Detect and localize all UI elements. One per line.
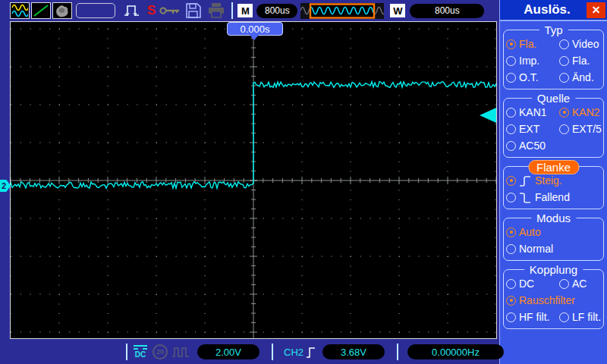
radio-option[interactable]: DC xyxy=(506,275,559,292)
scope-display: 0.000s xyxy=(10,21,497,339)
horizontal-pan-window[interactable] xyxy=(300,3,384,19)
radio-icon xyxy=(559,312,569,322)
empty-slot xyxy=(76,3,115,18)
sidebar-section-kopplung: KopplungDCACRauschfilterHF filt.LF filt. xyxy=(503,269,604,329)
radio-icon xyxy=(506,176,516,186)
radio-option[interactable]: Rauschfilter xyxy=(506,292,601,309)
radio-label: Steig. xyxy=(535,174,562,187)
main-timebase-label: M xyxy=(237,4,253,17)
section-title: Modus xyxy=(531,212,576,224)
radio-label: Fallend xyxy=(535,191,570,203)
separator xyxy=(272,344,273,360)
sidebar-section-modus: ModusAutoNormal xyxy=(503,218,604,261)
radio-icon xyxy=(506,73,516,83)
sidebar-sections: TypFla.VideoImp.Fla.O.T.Änd.QuelleKAN1KA… xyxy=(500,30,607,329)
radio-option[interactable]: HF filt. xyxy=(506,309,559,325)
coupling-label: DC xyxy=(135,350,146,359)
radio-option[interactable]: KAN2 xyxy=(559,104,601,121)
trigger-level-readout: 3.68V xyxy=(322,344,385,359)
trigger-menu: Auslös. ✕ TypFla.VideoImp.Fla.O.T.Änd.Qu… xyxy=(499,0,607,364)
channel2-position-marker[interactable]: 2 xyxy=(0,180,11,192)
radio-icon xyxy=(559,124,569,134)
radio-label: KAN1 xyxy=(519,106,547,118)
radio-option[interactable]: KAN1 xyxy=(506,104,559,121)
trigger-position-pointer xyxy=(250,35,259,40)
radio-option[interactable]: LF filt. xyxy=(559,309,601,325)
radio-icon xyxy=(506,39,516,49)
radio-icon xyxy=(559,56,569,66)
hand-icon xyxy=(54,4,71,17)
radio-label: Rauschfilter xyxy=(519,294,575,306)
radio-icon xyxy=(559,279,569,289)
radio-label: AC50 xyxy=(519,140,546,152)
hand-button[interactable] xyxy=(52,2,72,19)
radio-label: O.T. xyxy=(519,71,539,83)
radio-icon xyxy=(506,56,516,66)
channels-display-button[interactable] xyxy=(10,2,30,19)
separator xyxy=(231,2,233,19)
radio-icon xyxy=(506,108,516,118)
radio-label: LF filt. xyxy=(572,311,601,323)
radio-group: DCACRauschfilterHF filt.LF filt. xyxy=(506,275,601,325)
radio-option[interactable]: AC50 xyxy=(506,137,559,154)
toolbar: S M 800us W 800us xyxy=(0,0,499,21)
sidebar-section-flanke: FlankeSteig.Fallend xyxy=(503,166,604,209)
radio-label: EXT/5 xyxy=(572,123,602,135)
falling-edge-icon xyxy=(519,190,532,205)
statusbar: DC 20 2.00V CH2 3.68V 0.00000Hz xyxy=(0,340,499,364)
radio-option[interactable]: Normal xyxy=(506,240,601,257)
s-indicator: S xyxy=(147,3,156,18)
radio-option[interactable]: Änd. xyxy=(559,69,601,86)
separator xyxy=(397,344,398,360)
rising-edge-icon xyxy=(519,174,532,188)
save-icon[interactable] xyxy=(184,2,203,19)
bandwidth-limit-icon: 20 xyxy=(153,344,168,359)
radio-option[interactable]: Fla. xyxy=(559,52,601,69)
radio-label: Änd. xyxy=(572,71,594,83)
radio-option[interactable]: Fallend xyxy=(506,189,601,206)
radio-label: AC xyxy=(572,278,587,290)
radio-option[interactable]: Imp. xyxy=(506,52,559,69)
section-title: Kopplung xyxy=(524,263,583,276)
window-timebase-value: 800us xyxy=(410,4,484,18)
radio-option[interactable]: Steig. xyxy=(506,172,601,189)
radio-label: Imp. xyxy=(519,55,539,67)
vector-line-icon xyxy=(33,4,49,17)
close-button[interactable]: ✕ xyxy=(587,2,605,18)
radio-icon xyxy=(559,73,569,83)
radio-group: KAN1KAN2EXTEXT/5AC50 xyxy=(506,104,601,154)
radio-option[interactable]: AC xyxy=(559,275,601,292)
pan-window-wave-icon xyxy=(300,3,384,19)
key-icon[interactable] xyxy=(159,2,181,19)
radio-icon xyxy=(506,296,516,306)
vector-display-button[interactable] xyxy=(31,2,51,19)
radio-option[interactable]: Auto xyxy=(506,224,601,240)
channel-waves-icon xyxy=(11,4,28,17)
radio-option[interactable]: Fla. xyxy=(506,36,559,52)
trigger-level-arrow[interactable] xyxy=(480,108,496,123)
print-icon[interactable] xyxy=(206,2,226,19)
squarewave-icon xyxy=(171,347,191,358)
radio-label: KAN2 xyxy=(572,106,600,118)
radio-option[interactable]: Video xyxy=(559,36,601,52)
radio-label: Auto xyxy=(519,226,541,238)
section-title: Typ xyxy=(539,24,568,36)
ch2-waveform xyxy=(11,82,496,189)
separator xyxy=(126,344,127,360)
radio-option[interactable]: EXT xyxy=(506,121,559,137)
trigger-source-label: CH2 xyxy=(284,347,304,358)
section-title: Quelle xyxy=(532,92,575,105)
sidebar-section-typ: TypFla.VideoImp.Fla.O.T.Änd. xyxy=(503,30,604,89)
trigger-position-tag[interactable]: 0.000s xyxy=(227,22,283,36)
radio-group: Steig.Fallend xyxy=(506,172,601,206)
radio-label: Fla. xyxy=(519,38,536,50)
radio-icon xyxy=(559,39,569,49)
radio-label: EXT xyxy=(519,123,539,135)
radio-option[interactable]: EXT/5 xyxy=(559,121,601,137)
pulse-icon[interactable] xyxy=(121,2,143,19)
radio-label: Video xyxy=(572,38,599,50)
radio-group: Fla.VideoImp.Fla.O.T.Änd. xyxy=(506,36,601,86)
radio-icon xyxy=(506,244,516,254)
scope-svg xyxy=(11,22,496,338)
radio-option[interactable]: O.T. xyxy=(506,69,559,86)
